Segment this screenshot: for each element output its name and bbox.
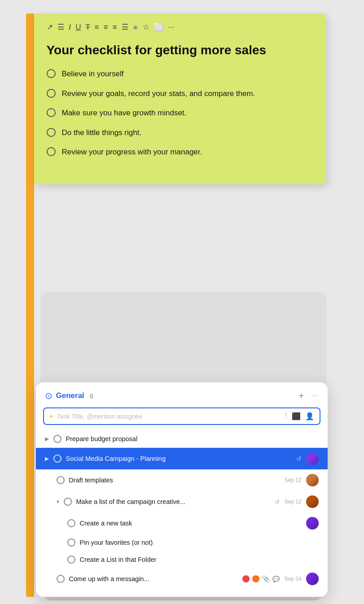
- italic-icon[interactable]: I: [69, 23, 71, 31]
- align-right-icon[interactable]: ≡: [113, 23, 117, 31]
- task-label: Create a List in that Folder: [80, 556, 319, 563]
- task-row-sub-sub[interactable]: Create a List in that Folder: [36, 551, 328, 568]
- settings-icon[interactable]: ☰: [57, 23, 64, 31]
- section-count: 6: [90, 392, 93, 400]
- task-input[interactable]: Task Title, @mention assignee: [57, 413, 281, 420]
- task-input-row[interactable]: + Task Title, @mention assignee ! ⬛ 👤: [43, 407, 320, 425]
- underline-icon[interactable]: U: [75, 23, 81, 31]
- task-avatar: [306, 517, 319, 530]
- align-center-icon[interactable]: ≡: [104, 23, 108, 31]
- task-row[interactable]: ▶ Prepare budget proposal: [36, 430, 328, 447]
- check-circle-1[interactable]: [47, 69, 56, 78]
- task-label: Come up with a messagin...: [69, 575, 238, 582]
- task-label: Make a list of the campaign creative...: [76, 498, 271, 505]
- subtask-icon: ↺: [275, 499, 280, 505]
- external-link-icon[interactable]: ⬜: [154, 23, 163, 31]
- task-date: Sep 24: [284, 576, 301, 582]
- chevron-right-icon: ▶: [45, 455, 49, 462]
- checklist-text-4: Do the little things right.: [62, 127, 142, 139]
- chevron-right-icon: ▶: [45, 436, 49, 442]
- task-input-icons: ! ⬛ 👤: [285, 412, 314, 420]
- checklist-text-3: Make sure you have growth mindset.: [62, 107, 187, 119]
- task-check-circle[interactable]: [67, 556, 75, 564]
- check-circle-2[interactable]: [47, 89, 56, 98]
- task-avatar: [306, 474, 319, 486]
- checklist-item: Review your goals, record your stats, an…: [47, 88, 313, 100]
- checklist-item: Believe in yourself: [47, 68, 313, 80]
- checklist-text-2: Review your goals, record your stats, an…: [62, 88, 255, 100]
- task-check-circle[interactable]: [53, 435, 61, 443]
- list-icon[interactable]: ☰: [122, 23, 128, 31]
- section-more-button[interactable]: ···: [311, 392, 318, 400]
- task-row-sub-badges[interactable]: Come up with a messagin... 📎 💬 Sep 24: [36, 568, 328, 590]
- section-title: General: [56, 391, 84, 400]
- badge-orange: [252, 575, 259, 582]
- check-circle-3[interactable]: [47, 108, 56, 117]
- sticky-note: ↗ ☰ I U T ≡ ≡ ≡ ☰ ● ☆ ⬜ ··· Your checkli…: [34, 13, 326, 184]
- task-check-circle[interactable]: [64, 498, 72, 506]
- task-row-sub-sub[interactable]: Pin your favorites (or not): [36, 534, 328, 551]
- task-avatar: [306, 573, 319, 585]
- checklist-text-1: Believe in yourself: [62, 68, 124, 80]
- assign-icon[interactable]: 👤: [305, 412, 314, 420]
- task-avatar: [306, 452, 319, 465]
- task-row-sub[interactable]: Draft templates Sep 12: [36, 469, 328, 491]
- task-label: Create a new task: [80, 520, 302, 527]
- add-task-plus-icon: +: [49, 412, 53, 420]
- task-avatar: [306, 495, 319, 508]
- task-date: Sep 12: [284, 477, 301, 483]
- calendar-icon[interactable]: ⬛: [292, 412, 301, 420]
- note-title: Your checklist for getting more sales: [47, 42, 313, 58]
- orange-tab: [26, 13, 34, 597]
- checklist-item: Do the little things right.: [47, 127, 313, 139]
- section-check-icon: ⊙: [45, 390, 53, 401]
- task-row-sub[interactable]: ▾ Make a list of the campaign creative..…: [36, 491, 328, 512]
- task-check-circle[interactable]: [57, 575, 65, 583]
- task-check-circle[interactable]: [53, 455, 61, 463]
- strikethrough-icon[interactable]: T: [85, 23, 90, 31]
- more-icon[interactable]: ···: [168, 23, 174, 31]
- check-circle-4[interactable]: [47, 128, 56, 137]
- color-icon[interactable]: ●: [133, 22, 138, 31]
- task-badges: 📎 💬: [242, 575, 280, 582]
- task-label: Social Media Campaign - Planning: [66, 455, 292, 462]
- resize-icon[interactable]: ↗: [47, 23, 53, 31]
- align-left-icon[interactable]: ≡: [95, 23, 99, 31]
- subtask-icon: ↺: [296, 455, 302, 462]
- add-task-button[interactable]: +: [298, 391, 304, 401]
- checklist-text-5: Review your progress with your manager.: [62, 146, 202, 158]
- clip-icon: 📎: [262, 575, 270, 582]
- task-panel-header: ⊙ General 6 + ···: [36, 382, 328, 406]
- task-label: Draft templates: [69, 477, 280, 484]
- task-label: Prepare budget proposal: [66, 435, 319, 442]
- task-label: Pin your favorites (or not): [80, 539, 319, 546]
- badge-red: [242, 575, 250, 582]
- check-circle-5[interactable]: [47, 147, 56, 156]
- priority-icon[interactable]: !: [285, 412, 287, 420]
- task-row-sub-sub[interactable]: Create a new task: [36, 512, 328, 534]
- checklist-item: Make sure you have growth mindset.: [47, 107, 313, 119]
- task-check-circle[interactable]: [67, 538, 75, 547]
- chevron-down-icon: ▾: [57, 499, 59, 505]
- toolbar: ↗ ☰ I U T ≡ ≡ ≡ ☰ ● ☆ ⬜ ···: [47, 22, 313, 31]
- scene: ↗ ☰ I U T ≡ ≡ ≡ ☰ ● ☆ ⬜ ··· Your checkli…: [30, 13, 335, 597]
- task-date: Sep 12: [284, 499, 301, 505]
- task-check-circle[interactable]: [67, 519, 75, 527]
- checklist-item: Review your progress with your manager.: [47, 146, 313, 158]
- task-check-circle[interactable]: [57, 476, 65, 484]
- star-icon[interactable]: ☆: [143, 23, 149, 31]
- task-row-highlighted[interactable]: ▶ Social Media Campaign - Planning ↺: [36, 448, 328, 469]
- chat-icon: 💬: [272, 576, 280, 582]
- task-panel: ⊙ General 6 + ··· + Task Title, @mention…: [36, 382, 328, 597]
